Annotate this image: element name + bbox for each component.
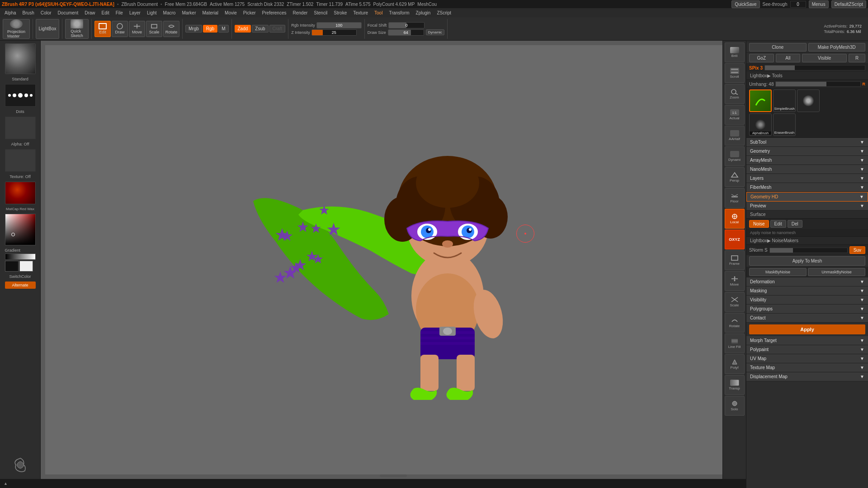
menu-zscript[interactable]: ZScript: [434, 9, 454, 16]
scroll-button[interactable]: Scroll: [725, 63, 745, 83]
aahalf-button[interactable]: AAHalf: [725, 126, 745, 145]
move-view-button[interactable]: Move: [725, 271, 745, 291]
edit-noise-button[interactable]: Edit: [770, 220, 786, 228]
menu-picker[interactable]: Picker: [241, 9, 259, 16]
solo-button[interactable]: Solo: [725, 396, 745, 416]
alternate-button[interactable]: Alternate: [5, 282, 36, 289]
menu-preferences[interactable]: Preferences: [259, 9, 289, 16]
menu-stroke[interactable]: Stroke: [331, 9, 349, 16]
defaultzscript-button[interactable]: DefaultZScript: [831, 0, 866, 8]
menu-alpha[interactable]: Alpha: [2, 9, 19, 16]
unmhang-slider[interactable]: [775, 81, 860, 87]
goz-button[interactable]: GoZ: [749, 54, 774, 62]
dynamic-button[interactable]: Dynamic: [426, 29, 444, 35]
menus-button[interactable]: Menus: [809, 0, 829, 8]
linefill-button[interactable]: Line Fill: [725, 333, 745, 353]
rgb-button[interactable]: Rgb: [203, 25, 217, 33]
draw-size-slider[interactable]: 64: [388, 29, 424, 36]
quicksave-button[interactable]: QuickSave: [731, 0, 760, 8]
all-button[interactable]: All: [776, 54, 801, 62]
zadd-button[interactable]: Zadd: [235, 25, 251, 33]
brush-preview[interactable]: [5, 43, 36, 74]
polypaint-section-header[interactable]: Polypaint ▼: [746, 345, 868, 354]
brill-button[interactable]: Brill: [725, 42, 745, 62]
sphere-brush-thumb[interactable]: [797, 89, 820, 112]
menu-movie[interactable]: Movie: [222, 9, 240, 16]
menu-draw[interactable]: Draw: [82, 9, 98, 16]
scale-button[interactable]: Scale: [146, 21, 162, 37]
visible-button[interactable]: Visible: [802, 54, 847, 62]
deformation-section-header[interactable]: Deformation ▼: [746, 277, 868, 286]
menu-marker[interactable]: Marker: [179, 9, 198, 16]
edit-button[interactable]: Edit: [94, 21, 111, 37]
polyf-button[interactable]: Polyf: [725, 354, 745, 374]
subtool-section-header[interactable]: SubTool ▼: [746, 138, 868, 147]
visibility-section-header[interactable]: Visibility ▼: [746, 296, 868, 305]
frame-button[interactable]: Frame: [725, 250, 745, 270]
menu-transform[interactable]: Transform: [386, 9, 412, 16]
alpha-preview[interactable]: [5, 117, 36, 139]
contact-section-header[interactable]: Contact ▼: [746, 314, 868, 323]
projection-master-button[interactable]: ProjectionMaster: [3, 19, 30, 39]
eraser-brush-thumb[interactable]: AlphaBrush: [749, 113, 772, 136]
preview-section-header[interactable]: Preview ▼: [746, 202, 868, 211]
morph-target-section-header[interactable]: Morph Target ▼: [746, 336, 868, 345]
r-button[interactable]: R: [849, 54, 865, 62]
fibermesh-section-header[interactable]: FiberMesh ▼: [746, 183, 868, 192]
menu-texture[interactable]: Texture: [350, 9, 371, 16]
color-picker[interactable]: [5, 214, 36, 245]
texture-preview[interactable]: [5, 149, 36, 172]
menu-color[interactable]: Color: [38, 9, 54, 16]
del-noise-button[interactable]: Del: [788, 220, 802, 228]
menu-material[interactable]: Material: [200, 9, 222, 16]
zsub-button[interactable]: Zsub: [252, 25, 268, 33]
geometry-section-header[interactable]: Geometry ▼: [746, 147, 868, 156]
menu-edit[interactable]: Edit: [99, 9, 112, 16]
lightbox-button[interactable]: LightBox: [36, 19, 59, 39]
spix-slider[interactable]: [764, 65, 865, 70]
snorm-slider[interactable]: [769, 248, 848, 253]
lightbox-tools-link[interactable]: Lightbox▶ Tools: [746, 72, 868, 80]
noise-button[interactable]: Noise: [749, 220, 769, 228]
draw-button[interactable]: Draw: [112, 21, 128, 37]
switch-color-label[interactable]: SwitchColor: [9, 274, 31, 279]
rgb-intensity-slider[interactable]: 100: [316, 22, 362, 28]
menu-render[interactable]: Render: [290, 9, 311, 16]
z-intensity-slider[interactable]: 25: [311, 29, 357, 36]
quick-sketch-button[interactable]: QuickSketch: [65, 19, 89, 39]
rotate-view-button[interactable]: Rotate: [725, 313, 745, 333]
floor-button[interactable]: Floor: [725, 188, 745, 208]
swatch-white[interactable]: [19, 261, 33, 272]
persp-button[interactable]: Persp: [725, 167, 745, 187]
canvas-area[interactable]: [41, 41, 746, 479]
displacement-map-section-header[interactable]: Displacement Map ▼: [746, 372, 868, 381]
transp-button[interactable]: Transp: [725, 375, 745, 395]
texture-map-section-header[interactable]: Texture Map ▼: [746, 363, 868, 372]
m-button[interactable]: M: [218, 25, 228, 33]
craft-button[interactable]: Craft: [269, 25, 286, 33]
make-polymesh-button[interactable]: Make PolyMesh3D: [808, 43, 866, 52]
swatch-black[interactable]: [5, 261, 19, 272]
local-button[interactable]: Local: [725, 209, 745, 229]
actual-button[interactable]: 1:1 Actual: [725, 105, 745, 125]
menu-light[interactable]: Light: [144, 9, 160, 16]
apply-to-mesh-button[interactable]: Apply To Mesh: [749, 256, 865, 266]
menu-brush[interactable]: Brush: [20, 9, 37, 16]
menu-file[interactable]: File: [113, 9, 126, 16]
move-button[interactable]: Move: [129, 21, 145, 37]
menu-tool[interactable]: Tool: [372, 9, 385, 16]
geometry-hd-section-header[interactable]: Geometry HD ▼: [746, 192, 868, 202]
nanomesh-section-header[interactable]: NanoMesh ▼: [746, 165, 868, 174]
apply-button[interactable]: Apply: [749, 324, 865, 334]
clone-button[interactable]: Clone: [749, 43, 807, 52]
dynami-button[interactable]: Dynami: [725, 146, 745, 166]
layers-section-header[interactable]: Layers ▼: [746, 174, 868, 183]
menu-stencil[interactable]: Stencil: [311, 9, 330, 16]
menu-zplugin[interactable]: Zplugin: [413, 9, 434, 16]
oxyz-button[interactable]: OXYZ: [725, 230, 745, 249]
unmaskbynoise-button[interactable]: UnmaskByNoise: [808, 268, 865, 276]
maskbynoise-button[interactable]: MaskByNoise: [749, 268, 807, 276]
focal-shift-slider[interactable]: 0: [388, 22, 425, 28]
material-preview[interactable]: [5, 182, 36, 204]
menu-layer[interactable]: Layer: [127, 9, 143, 16]
